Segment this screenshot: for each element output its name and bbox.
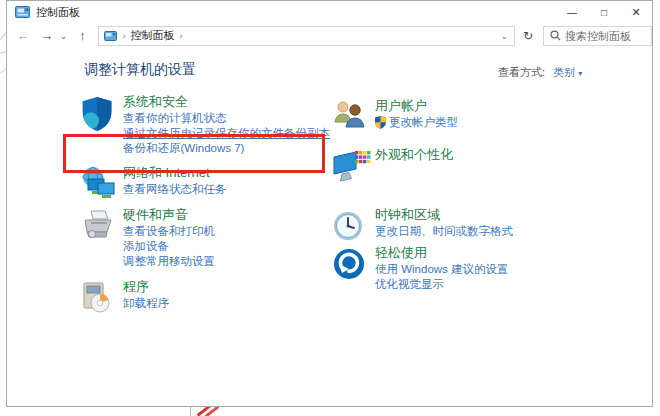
view-by-value-link[interactable]: 类别 [553,66,575,78]
search-icon [550,30,561,41]
breadcrumb-control-panel[interactable]: 控制面板 [130,28,174,43]
back-button[interactable]: ← [13,26,33,46]
window-controls: — □ ✕ [556,1,652,23]
view-by-control: 查看方式:类别 ▾ [498,65,582,80]
recent-locations-chevron-icon[interactable]: ⌄ [57,26,71,46]
task-link[interactable]: 使用 Windows 建议的设置 [375,262,583,277]
users-icon [331,97,375,132]
task-link[interactable]: 查看网络状态和任务 [123,182,331,197]
task-link[interactable]: 卸载程序 [123,296,331,311]
address-bar[interactable]: › 控制面板 › ⌄ [98,26,515,46]
shield-icon [79,93,123,156]
view-by-caret-icon[interactable]: ▾ [578,69,582,78]
category-title-link[interactable]: 硬件和声音 [123,206,331,223]
navigation-toolbar: ← → ⌄ ↑ › 控制面板 › ⌄ ↻ [7,23,652,48]
background-stray-line [190,407,191,416]
forward-button[interactable]: → [37,26,57,46]
category-ease-of-access: 轻松使用 使用 Windows 建议的设置优化视觉显示 [331,244,583,292]
address-dropdown-chevron-icon[interactable]: ⌄ [501,31,509,41]
task-link[interactable]: 优化视觉显示 [375,277,583,292]
minimize-button[interactable]: — [556,1,588,23]
clock-icon [331,206,375,244]
maximize-button[interactable]: □ [588,1,620,23]
category-network-internet: 网络和 Internet 查看网络状态和任务 [79,164,331,201]
view-by-label: 查看方式: [498,66,545,78]
category-title-link[interactable]: 程序 [123,278,331,295]
task-link[interactable]: 查看你的计算机状态 [123,111,331,126]
category-title-link[interactable]: 系统和安全 [123,93,331,110]
task-link[interactable]: 更改帐户类型 [375,115,583,130]
ease-of-access-icon [331,244,375,292]
task-link[interactable]: 查看设备和打印机 [123,224,331,239]
category-title-link[interactable]: 时钟和区域 [375,206,583,223]
task-link[interactable]: 通过文件历史记录保存你的文件备份副本 [123,126,331,141]
category-title-link[interactable]: 轻松使用 [375,244,583,261]
printer-icon [79,206,123,269]
network-icon [79,164,123,201]
page-title: 调整计算机的设置 [84,61,196,79]
categories-left-column: 系统和安全 查看你的计算机状态通过文件历史记录保存你的文件备份副本备份和还原(W… [79,93,331,315]
category-appearance-personalization: 外观和个性化 [331,146,583,183]
window-title: 控制面板 [36,5,80,20]
category-title-link[interactable]: 网络和 Internet [123,164,331,181]
title-bar: 控制面板 — □ ✕ [7,1,652,23]
task-link[interactable]: 调整常用移动设置 [123,254,331,269]
programs-icon [79,278,123,315]
category-programs: 程序 卸载程序 [79,278,331,315]
task-link[interactable]: 添加设备 [123,239,331,254]
control-panel-window: 控制面板 — □ ✕ ← → ⌄ ↑ › [6,0,653,407]
task-link[interactable]: 更改日期、时间或数字格式 [375,224,583,239]
control-panel-home: 调整计算机的设置 查看方式:类别 ▾ 系统和安全 查看你的计算机状态通过文件历史… [7,48,652,406]
control-panel-icon [104,31,117,41]
category-hardware-sound: 硬件和声音 查看设备和打印机添加设备调整常用移动设置 [79,206,331,269]
uac-shield-icon [375,116,386,129]
category-clock-region: 时钟和区域 更改日期、时间或数字格式 [331,206,583,244]
page-background: 控制面板 — □ ✕ ← → ⌄ ↑ › [0,0,660,416]
search-input[interactable] [565,30,645,42]
breadcrumb-separator: › [122,31,125,41]
control-panel-icon [15,6,30,18]
category-title-link[interactable]: 用户帐户 [375,97,583,114]
breadcrumb-separator: › [179,31,182,41]
category-title-link[interactable]: 外观和个性化 [375,146,583,163]
close-button[interactable]: ✕ [620,1,652,23]
up-button[interactable]: ↑ [73,26,93,46]
category-user-accounts: 用户帐户 更改帐户类型 [331,97,583,132]
task-link[interactable]: 备份和还原(Windows 7) [123,141,331,156]
category-system-security: 系统和安全 查看你的计算机状态通过文件历史记录保存你的文件备份副本备份和还原(W… [79,93,331,156]
refresh-button[interactable]: ↻ [515,29,541,43]
categories-right-column: 用户帐户 更改帐户类型 外观和个性化 时钟和区域 [331,97,583,292]
personalization-icon [331,146,375,183]
search-box[interactable] [543,26,652,46]
